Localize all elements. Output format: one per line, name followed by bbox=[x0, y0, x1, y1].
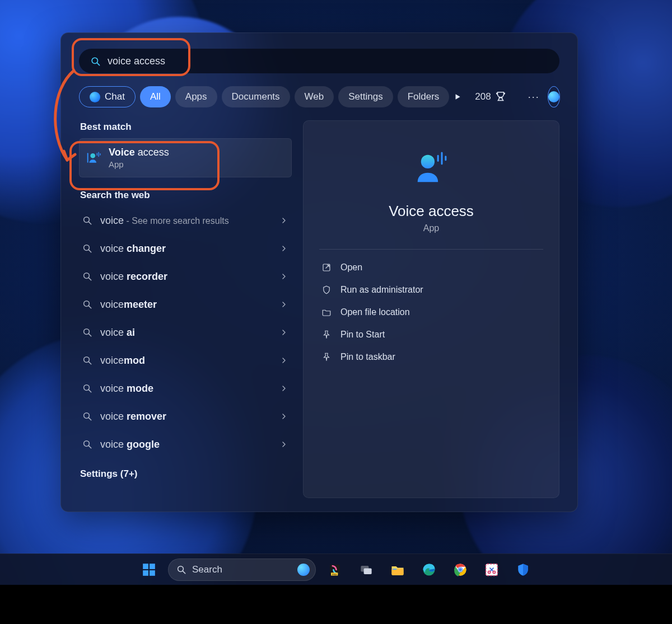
svg-line-1 bbox=[97, 63, 100, 65]
action-open[interactable]: Open bbox=[319, 256, 543, 279]
taskbar-snipping-tool[interactable] bbox=[479, 557, 504, 582]
svg-rect-4 bbox=[97, 153, 97, 156]
taskbar-task-view[interactable] bbox=[354, 557, 379, 582]
folder-icon bbox=[321, 307, 332, 317]
web-suggestion[interactable]: voice google bbox=[79, 430, 292, 458]
web-suggestion[interactable]: voice mode bbox=[79, 374, 292, 402]
filter-all[interactable]: All bbox=[140, 86, 171, 107]
settings-group-heading[interactable]: Settings (7+) bbox=[80, 468, 292, 480]
action-pin-taskbar[interactable]: Pin to taskbar bbox=[319, 346, 543, 368]
pin-icon bbox=[321, 330, 332, 340]
svg-point-46 bbox=[459, 568, 462, 571]
search-icon bbox=[82, 215, 92, 226]
svg-point-3 bbox=[90, 153, 95, 158]
web-suggestion[interactable]: voice ai bbox=[79, 318, 292, 346]
pin-icon bbox=[321, 352, 332, 362]
detail-subtitle: App bbox=[423, 223, 439, 233]
more-options[interactable]: ··· bbox=[528, 91, 540, 103]
svg-rect-33 bbox=[150, 570, 155, 576]
web-suggestion-text: voicemeeter bbox=[100, 299, 272, 311]
folder-icon bbox=[390, 562, 405, 578]
svg-rect-5 bbox=[98, 152, 99, 157]
open-icon bbox=[321, 262, 332, 273]
filter-apps[interactable]: Apps bbox=[175, 86, 217, 107]
web-suggestion[interactable]: voice remover bbox=[79, 402, 292, 430]
search-icon bbox=[82, 411, 92, 421]
action-pin-start[interactable]: Pin to Start bbox=[319, 323, 543, 346]
web-suggestion-text: voice google bbox=[100, 439, 272, 451]
start-button[interactable] bbox=[137, 557, 161, 582]
taskbar-search[interactable]: Search bbox=[168, 559, 316, 581]
taskbar-security[interactable] bbox=[511, 557, 535, 582]
web-suggestion[interactable]: voicemeeter bbox=[79, 290, 292, 318]
voice-access-icon bbox=[85, 149, 102, 166]
web-suggestion[interactable]: voice recorder bbox=[79, 262, 292, 290]
best-match-subtitle: App bbox=[109, 159, 169, 169]
filter-chat[interactable]: Chat bbox=[79, 86, 136, 107]
detail-title: Voice access bbox=[389, 203, 474, 220]
svg-line-14 bbox=[89, 306, 91, 308]
filter-documents[interactable]: Documents bbox=[222, 86, 290, 107]
chevron-right-icon bbox=[279, 356, 288, 365]
chevron-right-icon bbox=[279, 300, 288, 309]
shield-icon bbox=[515, 562, 531, 578]
trophy-icon bbox=[494, 91, 507, 103]
svg-line-10 bbox=[89, 250, 91, 252]
search-icon bbox=[82, 439, 92, 449]
windows-icon bbox=[142, 562, 156, 577]
filter-settings[interactable]: Settings bbox=[338, 86, 393, 107]
web-suggestion[interactable]: voice - See more search results bbox=[79, 207, 292, 234]
web-suggestion[interactable]: voicemod bbox=[79, 346, 292, 374]
svg-line-20 bbox=[89, 390, 91, 392]
taskbar-edge[interactable] bbox=[417, 557, 441, 582]
search-input[interactable] bbox=[108, 55, 548, 67]
web-suggestion-text: voice - See more search results bbox=[100, 215, 272, 227]
bing-chat-button[interactable] bbox=[548, 86, 560, 107]
search-icon bbox=[82, 271, 92, 281]
shield-icon bbox=[321, 285, 332, 295]
rewards-points[interactable]: 208 bbox=[475, 91, 506, 103]
web-suggestion-text: voice changer bbox=[100, 243, 272, 255]
chevron-right-icon bbox=[279, 216, 288, 225]
web-suggestion-text: voice remover bbox=[100, 411, 272, 423]
svg-line-18 bbox=[89, 362, 91, 364]
svg-point-34 bbox=[178, 566, 184, 571]
search-icon bbox=[82, 327, 92, 337]
action-run-admin[interactable]: Run as administrator bbox=[319, 279, 543, 301]
bing-icon bbox=[90, 92, 100, 102]
filter-web[interactable]: Web bbox=[295, 86, 334, 107]
web-suggestion[interactable]: voice changer bbox=[79, 234, 292, 262]
filter-scroll-right[interactable] bbox=[454, 93, 461, 101]
bing-icon bbox=[548, 91, 559, 102]
svg-rect-31 bbox=[150, 564, 155, 569]
taskbar-chrome[interactable] bbox=[448, 557, 473, 582]
action-file-location[interactable]: Open file location bbox=[319, 301, 543, 323]
svg-point-15 bbox=[84, 329, 90, 335]
filter-folders[interactable]: Folders bbox=[398, 86, 450, 107]
taskbar-search-label: Search bbox=[192, 564, 292, 575]
search-box[interactable] bbox=[79, 49, 559, 73]
taskbar-copilot[interactable]: PRE bbox=[323, 557, 347, 582]
svg-line-12 bbox=[89, 278, 91, 280]
taskbar-explorer[interactable] bbox=[385, 557, 410, 582]
svg-rect-30 bbox=[143, 564, 148, 569]
result-detail-pane: Voice access App Open Run as administrat… bbox=[303, 120, 559, 498]
svg-point-0 bbox=[92, 58, 97, 63]
snip-icon bbox=[484, 562, 500, 578]
best-match-result[interactable]: Voice access App bbox=[79, 138, 292, 177]
chrome-icon bbox=[452, 562, 468, 578]
bing-icon bbox=[297, 564, 310, 576]
web-suggestion-text: voice recorder bbox=[100, 271, 272, 283]
svg-line-22 bbox=[89, 418, 91, 420]
task-view-icon bbox=[358, 562, 374, 578]
best-match-heading: Best match bbox=[80, 121, 292, 133]
search-flyout: Chat All Apps Documents Web Settings Fol… bbox=[60, 32, 578, 512]
divider bbox=[319, 249, 543, 250]
svg-point-17 bbox=[84, 357, 90, 363]
chevron-right-icon bbox=[279, 440, 288, 449]
svg-point-21 bbox=[84, 413, 90, 419]
search-icon bbox=[82, 299, 92, 309]
play-icon bbox=[454, 93, 461, 101]
svg-rect-32 bbox=[143, 570, 148, 576]
chevron-right-icon bbox=[279, 272, 288, 281]
